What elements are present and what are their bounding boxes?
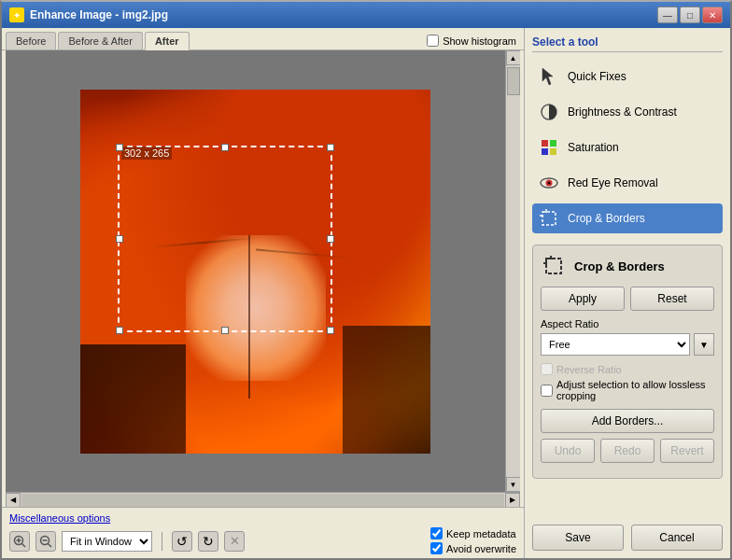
save-button[interactable]: Save (532, 525, 624, 551)
svg-rect-16 (542, 212, 556, 225)
svg-rect-9 (542, 140, 548, 147)
revert-button[interactable]: Revert (660, 439, 714, 463)
cursor-icon (539, 66, 559, 87)
keep-metadata-label[interactable]: Keep metadata (430, 527, 516, 539)
tool-quick-fixes[interactable]: Quick Fixes (532, 62, 723, 91)
redo-button[interactable]: Redo (600, 439, 655, 463)
checkboxes-area: Keep metadata Avoid overwrite (430, 527, 516, 554)
scroll-thumb[interactable] (507, 67, 520, 95)
vertical-scrollbar[interactable]: ▲ ▼ (505, 50, 520, 492)
right-panel: Select a tool Quick Fixes Brig (525, 28, 730, 558)
eye-icon (539, 173, 559, 193)
painting-dark-right (343, 326, 430, 454)
apply-reset-row: Apply Reset (541, 287, 714, 311)
color-grid-icon (539, 137, 559, 158)
tool-saturation[interactable]: Saturation (532, 133, 723, 162)
select-tool-heading: Select a tool (532, 35, 723, 52)
crop-handle-ml[interactable] (116, 235, 123, 243)
undo-button[interactable]: Undo (541, 439, 595, 463)
app-icon: ✦ (9, 7, 24, 22)
horizontal-scrollbar[interactable]: ◀ ▶ (6, 492, 520, 507)
left-panel: Before Before & After After Show histogr… (2, 28, 525, 558)
saturation-label: Saturation (568, 141, 619, 154)
crop-icon (539, 208, 559, 229)
histogram-check-area: Show histogram (427, 35, 520, 47)
crop-panel-title: Crop & Borders (574, 259, 665, 273)
close-button[interactable]: ✕ (702, 7, 723, 23)
tabs-bar: Before Before & After After Show histogr… (2, 28, 524, 50)
crop-handle-tr[interactable] (327, 144, 334, 151)
tool-brightness-contrast[interactable]: Brightness & Contrast (532, 97, 723, 127)
window-title: Enhance Image - img2.jpg (30, 8, 168, 21)
histogram-checkbox[interactable] (427, 35, 439, 47)
rotate-ccw-button[interactable]: ↺ (172, 531, 192, 552)
title-bar: ✦ Enhance Image - img2.jpg — □ ✕ (2, 2, 730, 28)
svg-rect-19 (546, 259, 561, 273)
scroll-up-arrow[interactable]: ▲ (506, 50, 521, 65)
crop-panel-svg (542, 255, 565, 277)
image-view: 302 x 265 (6, 50, 505, 492)
scroll-left-arrow[interactable]: ◀ (6, 493, 21, 508)
delete-button[interactable]: ✕ (224, 531, 245, 552)
tool-crop-borders[interactable]: Crop & Borders (532, 203, 723, 233)
painting-container: 302 x 265 (80, 90, 430, 454)
adjust-selection-checkbox[interactable] (541, 385, 553, 397)
undo-redo-revert-row: Undo Redo Revert (541, 439, 714, 463)
fit-select[interactable]: Fit in Window 100% 200% 50% (62, 531, 152, 552)
reset-button[interactable]: Reset (630, 287, 714, 311)
cancel-button[interactable]: Cancel (631, 525, 723, 551)
keep-metadata-checkbox[interactable] (430, 527, 443, 539)
crop-handle-tm[interactable] (221, 144, 229, 151)
save-cancel-row: Save Cancel (532, 517, 723, 551)
avoid-overwrite-text: Avoid overwrite (446, 543, 516, 554)
misc-options-row: Miscellaneous options (9, 511, 516, 525)
crop-selection[interactable]: 302 x 265 (118, 146, 332, 332)
scroll-down-arrow[interactable]: ▼ (506, 477, 521, 492)
saturation-icon (538, 136, 560, 159)
crop-handle-br[interactable] (327, 327, 334, 334)
rotate-cw-button[interactable]: ↻ (198, 531, 218, 552)
tab-before[interactable]: Before (6, 32, 56, 49)
main-content: Before Before & After After Show histogr… (2, 28, 730, 558)
minimize-button[interactable]: — (657, 7, 678, 23)
crop-borders-label: Crop & Borders (568, 212, 645, 225)
reverse-ratio-label: Reverse Ratio (556, 364, 622, 375)
misc-options-link[interactable]: Miscellaneous options (9, 512, 110, 524)
keep-metadata-text: Keep metadata (446, 528, 516, 539)
svg-rect-12 (550, 148, 556, 155)
avoid-overwrite-checkbox[interactable] (430, 542, 443, 554)
avoid-overwrite-label[interactable]: Avoid overwrite (430, 542, 516, 554)
tab-after[interactable]: After (145, 32, 190, 50)
aspect-ratio-select[interactable]: Free 1:1 4:3 16:9 (541, 333, 690, 356)
adjust-selection-row: Adjust selection to allow lossless cropp… (541, 379, 714, 401)
maximize-button[interactable]: □ (680, 7, 700, 23)
svg-line-1 (22, 543, 26, 547)
add-borders-button[interactable]: Add Borders... (541, 409, 714, 433)
aspect-dropdown-arrow[interactable]: ▼ (694, 333, 714, 356)
crop-handle-mr[interactable] (327, 235, 334, 243)
zoom-in-button[interactable] (9, 531, 30, 552)
reverse-ratio-checkbox (541, 363, 553, 375)
tool-red-eye-removal[interactable]: Red Eye Removal (532, 168, 723, 198)
scroll-right-arrow[interactable]: ▶ (505, 493, 520, 508)
h-scroll-track[interactable] (21, 494, 504, 507)
left-panel-inner: 302 x 265 (2, 50, 524, 507)
main-window: ✦ Enhance Image - img2.jpg — □ ✕ Before … (0, 0, 732, 560)
apply-button[interactable]: Apply (541, 287, 625, 311)
crop-handle-bl[interactable] (116, 327, 123, 334)
crop-handle-bm[interactable] (221, 327, 229, 334)
tab-before-after[interactable]: Before & After (58, 32, 142, 49)
svg-point-15 (548, 182, 551, 185)
image-scroll-wrapper: 302 x 265 (6, 50, 520, 492)
toolbar-row: Fit in Window 100% 200% 50% ↺ ↻ ✕ Keep m… (9, 527, 516, 554)
crop-panel-header: Crop & Borders (541, 253, 714, 279)
svg-rect-10 (550, 140, 556, 147)
svg-marker-7 (542, 68, 553, 85)
zoom-out-button[interactable] (35, 531, 56, 552)
quick-fixes-label: Quick Fixes (568, 70, 626, 83)
aspect-ratio-label: Aspect Ratio (541, 318, 714, 329)
brightness-contrast-icon (538, 101, 560, 123)
crop-handle-tl[interactable] (116, 144, 123, 151)
aspect-ratio-row: Free 1:1 4:3 16:9 ▼ (541, 333, 714, 356)
brightness-label: Brightness & Contrast (568, 105, 677, 119)
